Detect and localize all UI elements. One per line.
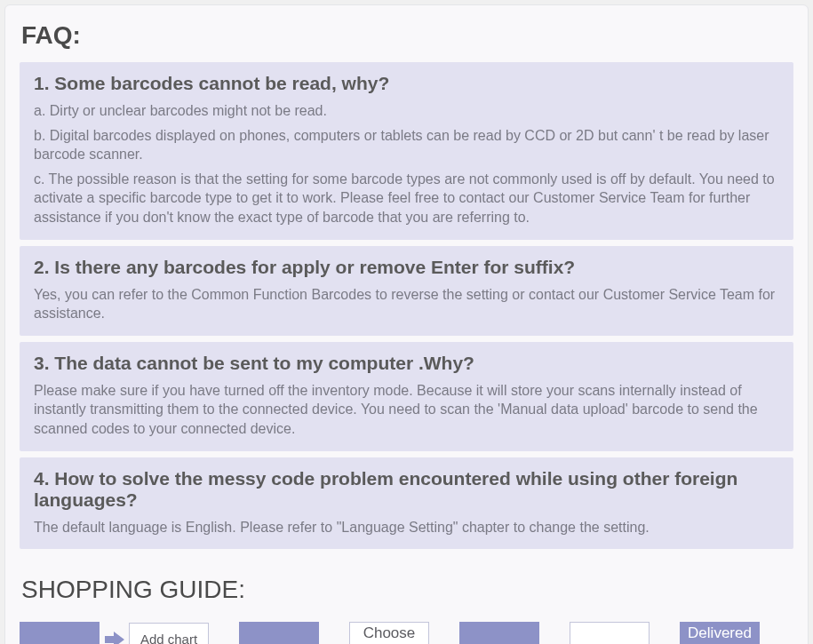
faq-question: 4. How to solve the messy code problem e… xyxy=(34,468,779,511)
faq-item-4: 4. How to solve the messy code problem e… xyxy=(20,457,793,550)
step-split: Add chart Continue Selecting xyxy=(105,623,209,644)
step-payment: Choose the Payment Ways xyxy=(349,622,429,644)
faq-answer: c. The possible reason is that the setti… xyxy=(34,170,779,227)
step-buy: Buy in the Chart xyxy=(239,622,319,644)
step-deliver: Deliver Goods xyxy=(459,622,539,644)
step-add-chart: Add chart xyxy=(129,623,209,644)
guide-flow: Select Products Add chart Continue Selec… xyxy=(20,622,793,644)
faq-item-1: 1. Some barcodes cannot be read, why? a.… xyxy=(20,62,793,240)
faq-answer: b. Digital barcodes displayed on phones,… xyxy=(34,126,779,164)
faq-question: 2. Is there any barcodes for apply or re… xyxy=(34,257,779,278)
step-select: Select Products xyxy=(20,622,100,644)
faq-item-3: 3. The data cannot be sent to my compute… xyxy=(20,342,793,451)
faq-answer: Yes, you can refer to the Common Functio… xyxy=(34,285,779,323)
faq-title: FAQ: xyxy=(20,21,793,50)
faq-answer: The default language is English. Please … xyxy=(34,518,779,537)
faq-item-2: 2. Is there any barcodes for apply or re… xyxy=(20,246,793,336)
arrow-icon xyxy=(105,632,124,644)
step-confirm: Delivered Successfully Confirm Delivery xyxy=(680,622,760,644)
step-awaiting: Awaiting Delivery xyxy=(570,622,650,644)
faq-answer: a. Dirty or unclear barcodes might not b… xyxy=(34,101,779,121)
faq-question: 3. The data cannot be sent to my compute… xyxy=(34,353,779,374)
guide-title: SHOPPING GUIDE: xyxy=(20,576,793,604)
page-container: FAQ: 1. Some barcodes cannot be read, wh… xyxy=(4,4,809,644)
faq-answer: Please make sure if you have turned off … xyxy=(34,381,779,439)
faq-question: 1. Some barcodes cannot be read, why? xyxy=(34,73,779,94)
